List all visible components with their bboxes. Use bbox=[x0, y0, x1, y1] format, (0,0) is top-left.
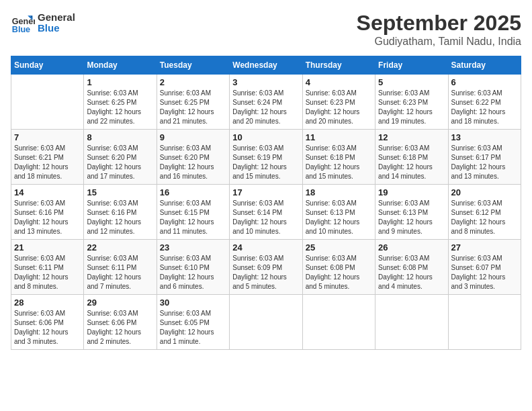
day-info: Sunrise: 6:03 AM Sunset: 6:05 PM Dayligh… bbox=[160, 309, 226, 347]
day-info: Sunrise: 6:03 AM Sunset: 6:25 PM Dayligh… bbox=[87, 89, 153, 126]
day-info: Sunrise: 6:03 AM Sunset: 6:15 PM Dayligh… bbox=[160, 199, 226, 236]
day-number: 12 bbox=[378, 132, 445, 142]
day-info: Sunrise: 6:03 AM Sunset: 6:23 PM Dayligh… bbox=[306, 89, 372, 126]
calendar-cell: 1Sunrise: 6:03 AM Sunset: 6:25 PM Daylig… bbox=[84, 75, 157, 130]
day-info: Sunrise: 6:03 AM Sunset: 6:16 PM Dayligh… bbox=[87, 199, 153, 236]
day-info: Sunrise: 6:03 AM Sunset: 6:06 PM Dayligh… bbox=[14, 309, 81, 347]
calendar-cell: 23Sunrise: 6:03 AM Sunset: 6:10 PM Dayli… bbox=[157, 240, 229, 295]
calendar-cell: 6Sunrise: 6:03 AM Sunset: 6:22 PM Daylig… bbox=[448, 75, 521, 130]
calendar-cell: 25Sunrise: 6:03 AM Sunset: 6:08 PM Dayli… bbox=[302, 240, 375, 295]
page-header: General Blue General Blue September 2025… bbox=[11, 11, 521, 48]
calendar-cell: 15Sunrise: 6:03 AM Sunset: 6:16 PM Dayli… bbox=[84, 185, 157, 240]
calendar-cell: 19Sunrise: 6:03 AM Sunset: 6:13 PM Dayli… bbox=[375, 185, 448, 240]
svg-text:Blue: Blue bbox=[12, 25, 30, 34]
day-info: Sunrise: 6:03 AM Sunset: 6:18 PM Dayligh… bbox=[306, 144, 372, 181]
day-number: 1 bbox=[87, 77, 153, 87]
day-number: 3 bbox=[232, 77, 299, 87]
month-title: September 2025 bbox=[357, 11, 521, 36]
day-number: 27 bbox=[451, 242, 518, 253]
day-number: 24 bbox=[232, 242, 299, 253]
calendar-cell: 17Sunrise: 6:03 AM Sunset: 6:14 PM Dayli… bbox=[230, 185, 302, 240]
day-number: 28 bbox=[14, 298, 81, 308]
logo-icon: General Blue bbox=[11, 11, 35, 35]
calendar-cell: 8Sunrise: 6:03 AM Sunset: 6:20 PM Daylig… bbox=[84, 130, 157, 185]
header-sunday: Sunday bbox=[11, 56, 84, 75]
logo-line2: Blue bbox=[38, 23, 75, 34]
calendar-cell: 28Sunrise: 6:03 AM Sunset: 6:06 PM Dayli… bbox=[11, 295, 84, 350]
calendar-cell: 30Sunrise: 6:03 AM Sunset: 6:05 PM Dayli… bbox=[157, 295, 229, 350]
calendar-cell: 11Sunrise: 6:03 AM Sunset: 6:18 PM Dayli… bbox=[302, 130, 375, 185]
calendar-cell: 4Sunrise: 6:03 AM Sunset: 6:23 PM Daylig… bbox=[302, 75, 375, 130]
day-info: Sunrise: 6:03 AM Sunset: 6:06 PM Dayligh… bbox=[87, 309, 153, 347]
day-info: Sunrise: 6:03 AM Sunset: 6:13 PM Dayligh… bbox=[306, 199, 372, 236]
calendar-cell: 27Sunrise: 6:03 AM Sunset: 6:07 PM Dayli… bbox=[448, 240, 521, 295]
calendar-cell: 12Sunrise: 6:03 AM Sunset: 6:18 PM Dayli… bbox=[375, 130, 448, 185]
day-number: 13 bbox=[451, 132, 518, 142]
day-info: Sunrise: 6:03 AM Sunset: 6:11 PM Dayligh… bbox=[87, 254, 153, 291]
day-number: 19 bbox=[378, 187, 445, 197]
day-info: Sunrise: 6:03 AM Sunset: 6:18 PM Dayligh… bbox=[378, 144, 445, 181]
calendar-cell: 21Sunrise: 6:03 AM Sunset: 6:11 PM Dayli… bbox=[11, 240, 84, 295]
week-row-1: 1Sunrise: 6:03 AM Sunset: 6:25 PM Daylig… bbox=[11, 75, 521, 130]
day-number: 29 bbox=[87, 298, 153, 308]
calendar-cell: 7Sunrise: 6:03 AM Sunset: 6:21 PM Daylig… bbox=[11, 130, 84, 185]
header-friday: Friday bbox=[375, 56, 448, 75]
day-number: 8 bbox=[87, 132, 153, 142]
day-number: 16 bbox=[160, 187, 226, 197]
day-info: Sunrise: 6:03 AM Sunset: 6:14 PM Dayligh… bbox=[232, 199, 299, 236]
calendar-cell bbox=[448, 295, 521, 350]
day-number: 30 bbox=[160, 298, 226, 308]
location-subtitle: Gudiyatham, Tamil Nadu, India bbox=[357, 36, 521, 48]
day-number: 15 bbox=[87, 187, 153, 197]
week-row-2: 7Sunrise: 6:03 AM Sunset: 6:21 PM Daylig… bbox=[11, 130, 521, 185]
week-row-4: 21Sunrise: 6:03 AM Sunset: 6:11 PM Dayli… bbox=[11, 240, 521, 295]
week-row-3: 14Sunrise: 6:03 AM Sunset: 6:16 PM Dayli… bbox=[11, 185, 521, 240]
calendar-cell: 14Sunrise: 6:03 AM Sunset: 6:16 PM Dayli… bbox=[11, 185, 84, 240]
day-number: 22 bbox=[87, 242, 153, 253]
title-area: September 2025 Gudiyatham, Tamil Nadu, I… bbox=[357, 11, 521, 48]
day-number: 11 bbox=[306, 132, 372, 142]
calendar-table: SundayMondayTuesdayWednesdayThursdayFrid… bbox=[11, 56, 521, 350]
day-info: Sunrise: 6:03 AM Sunset: 6:22 PM Dayligh… bbox=[451, 89, 518, 126]
day-info: Sunrise: 6:03 AM Sunset: 6:08 PM Dayligh… bbox=[306, 254, 372, 291]
header-monday: Monday bbox=[84, 56, 157, 75]
calendar-cell: 10Sunrise: 6:03 AM Sunset: 6:19 PM Dayli… bbox=[230, 130, 302, 185]
day-info: Sunrise: 6:03 AM Sunset: 6:07 PM Dayligh… bbox=[451, 254, 518, 291]
calendar-cell: 9Sunrise: 6:03 AM Sunset: 6:20 PM Daylig… bbox=[157, 130, 229, 185]
day-number: 6 bbox=[451, 77, 518, 87]
day-number: 2 bbox=[160, 77, 226, 87]
day-number: 18 bbox=[306, 187, 372, 197]
calendar-cell bbox=[11, 75, 84, 130]
calendar-cell: 26Sunrise: 6:03 AM Sunset: 6:08 PM Dayli… bbox=[375, 240, 448, 295]
day-info: Sunrise: 6:03 AM Sunset: 6:17 PM Dayligh… bbox=[451, 144, 518, 181]
day-number: 17 bbox=[232, 187, 299, 197]
calendar-cell: 3Sunrise: 6:03 AM Sunset: 6:24 PM Daylig… bbox=[230, 75, 302, 130]
header-row: SundayMondayTuesdayWednesdayThursdayFrid… bbox=[11, 56, 521, 75]
day-number: 7 bbox=[14, 132, 81, 142]
day-info: Sunrise: 6:03 AM Sunset: 6:08 PM Dayligh… bbox=[378, 254, 445, 291]
day-info: Sunrise: 6:03 AM Sunset: 6:23 PM Dayligh… bbox=[378, 89, 445, 126]
header-tuesday: Tuesday bbox=[157, 56, 229, 75]
calendar-cell: 5Sunrise: 6:03 AM Sunset: 6:23 PM Daylig… bbox=[375, 75, 448, 130]
header-saturday: Saturday bbox=[448, 56, 521, 75]
day-info: Sunrise: 6:03 AM Sunset: 6:20 PM Dayligh… bbox=[160, 144, 226, 181]
day-number: 20 bbox=[451, 187, 518, 197]
day-number: 10 bbox=[232, 132, 299, 142]
day-info: Sunrise: 6:03 AM Sunset: 6:25 PM Dayligh… bbox=[160, 89, 226, 126]
day-info: Sunrise: 6:03 AM Sunset: 6:10 PM Dayligh… bbox=[160, 254, 226, 291]
header-wednesday: Wednesday bbox=[230, 56, 302, 75]
day-info: Sunrise: 6:03 AM Sunset: 6:20 PM Dayligh… bbox=[87, 144, 153, 181]
day-info: Sunrise: 6:03 AM Sunset: 6:11 PM Dayligh… bbox=[14, 254, 81, 291]
header-thursday: Thursday bbox=[302, 56, 375, 75]
day-number: 25 bbox=[306, 242, 372, 253]
calendar-cell: 2Sunrise: 6:03 AM Sunset: 6:25 PM Daylig… bbox=[157, 75, 229, 130]
day-number: 26 bbox=[378, 242, 445, 253]
calendar-cell: 13Sunrise: 6:03 AM Sunset: 6:17 PM Dayli… bbox=[448, 130, 521, 185]
day-info: Sunrise: 6:03 AM Sunset: 6:09 PM Dayligh… bbox=[232, 254, 299, 291]
day-info: Sunrise: 6:03 AM Sunset: 6:13 PM Dayligh… bbox=[378, 199, 445, 236]
calendar-cell: 18Sunrise: 6:03 AM Sunset: 6:13 PM Dayli… bbox=[302, 185, 375, 240]
calendar-cell bbox=[230, 295, 302, 350]
calendar-cell: 20Sunrise: 6:03 AM Sunset: 6:12 PM Dayli… bbox=[448, 185, 521, 240]
logo: General Blue General Blue bbox=[11, 11, 75, 35]
calendar-cell: 24Sunrise: 6:03 AM Sunset: 6:09 PM Dayli… bbox=[230, 240, 302, 295]
